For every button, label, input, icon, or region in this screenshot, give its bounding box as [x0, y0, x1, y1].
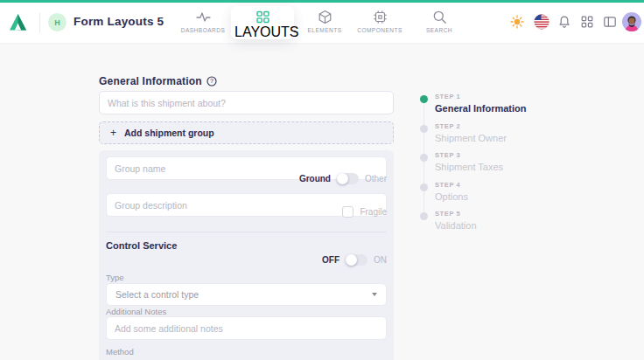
box-icon	[318, 10, 332, 24]
activity-icon	[196, 10, 211, 24]
grid-squares-icon	[256, 10, 270, 24]
nav-item-label: LAYOUTS	[234, 24, 299, 39]
navbar-divider	[39, 13, 40, 32]
toggle-knob	[337, 173, 348, 184]
step-item-general-information[interactable]: STEP 1 General Information	[420, 93, 586, 114]
help-icon[interactable]: ?	[206, 76, 217, 87]
svg-text:?: ?	[210, 78, 214, 84]
control-service-toggle-row: OFF ON	[322, 254, 387, 266]
mode-left-label: Ground	[299, 174, 331, 183]
user-avatar[interactable]	[622, 12, 641, 31]
step-title: General Information	[435, 103, 586, 114]
step-number-label: STEP 1	[435, 93, 586, 100]
page-title: Form Layouts 5	[74, 15, 164, 28]
step-item-options[interactable]: STEP 4 Options	[420, 181, 586, 202]
mode-toggle-row: Ground Other	[299, 173, 387, 184]
logo-triangle-icon	[8, 12, 28, 32]
step-dot	[420, 212, 428, 220]
step-dot	[420, 183, 428, 191]
nav-item-label: SEARCH	[411, 27, 467, 33]
nav-item-layouts[interactable]: LAYOUTS	[231, 6, 294, 39]
nav-item-label: DASHBOARDS	[175, 27, 231, 33]
on-label: ON	[374, 255, 387, 265]
nav-item-label: ELEMENTS	[297, 27, 353, 33]
step-number-label: STEP 2	[435, 122, 586, 130]
plus-icon: +	[110, 127, 116, 139]
section-divider	[106, 232, 387, 232]
section-heading-row: General Information ?	[99, 75, 217, 87]
page-letter-avatar: H	[48, 13, 66, 31]
layout-columns-icon[interactable]	[603, 15, 617, 29]
step-dot	[420, 95, 428, 103]
additional-notes-input[interactable]	[106, 316, 387, 340]
control-service-toggle[interactable]	[346, 254, 368, 266]
additional-notes-label: Additional Notes	[106, 307, 166, 316]
step-title: Options	[435, 191, 586, 202]
toggle-knob	[346, 254, 357, 266]
step-number-label: STEP 5	[435, 210, 586, 218]
add-shipment-group-button[interactable]: + Add shipment group	[99, 121, 394, 144]
mode-right-label: Other	[365, 174, 387, 183]
search-icon	[432, 10, 447, 24]
app-logo[interactable]	[8, 12, 28, 32]
step-item-validation[interactable]: STEP 5 Validation	[420, 210, 586, 231]
step-number-label: STEP 4	[435, 181, 586, 189]
step-title: Shipment Owner	[435, 133, 586, 143]
step-dot	[420, 125, 428, 133]
step-title: Shipment Taxes	[435, 162, 586, 172]
nav-item-components[interactable]: COMPONENTS	[352, 10, 408, 33]
cpu-icon	[373, 10, 388, 24]
off-label: OFF	[322, 255, 340, 265]
fragile-label: Fragile	[360, 207, 387, 217]
fragile-checkbox[interactable]	[342, 206, 354, 218]
control-service-heading: Control Service	[106, 240, 177, 251]
nav-item-label: COMPONENTS	[352, 27, 408, 33]
chevron-down-icon	[372, 293, 377, 296]
step-number-label: STEP 3	[435, 151, 586, 159]
bell-icon[interactable]	[557, 15, 571, 29]
step-item-shipment-taxes[interactable]: STEP 3 Shipment Taxes	[420, 151, 586, 172]
top-navbar: H Form Layouts 5 DASHBOARDS LAYOUTS	[0, 0, 644, 43]
language-us-flag-icon[interactable]	[534, 14, 550, 30]
fragile-row: Fragile	[342, 206, 387, 218]
apps-grid-icon[interactable]	[580, 15, 594, 29]
type-label: Type	[106, 273, 124, 282]
control-type-select[interactable]: Select a control type	[106, 283, 387, 306]
mode-toggle[interactable]	[337, 173, 359, 184]
add-group-label: Add shipment group	[124, 128, 214, 138]
step-item-shipment-owner[interactable]: STEP 2 Shipment Owner	[420, 122, 586, 143]
app-window: H Form Layouts 5 DASHBOARDS LAYOUTS	[0, 0, 644, 360]
section-heading: General Information	[99, 75, 202, 87]
step-title: Validation	[435, 220, 586, 231]
nav-item-elements[interactable]: ELEMENTS	[297, 10, 353, 33]
shipment-group-panel: Ground Other Fragile Control Service OFF…	[99, 150, 394, 360]
step-dot	[420, 154, 428, 162]
nav-item-dashboards[interactable]: DASHBOARDS	[175, 10, 231, 33]
nav-item-search[interactable]: SEARCH	[411, 10, 467, 33]
method-label: Method	[106, 347, 134, 357]
select-value: Select a control type	[116, 289, 199, 300]
shipment-about-input[interactable]	[99, 91, 394, 114]
theme-sun-icon[interactable]	[510, 15, 524, 29]
